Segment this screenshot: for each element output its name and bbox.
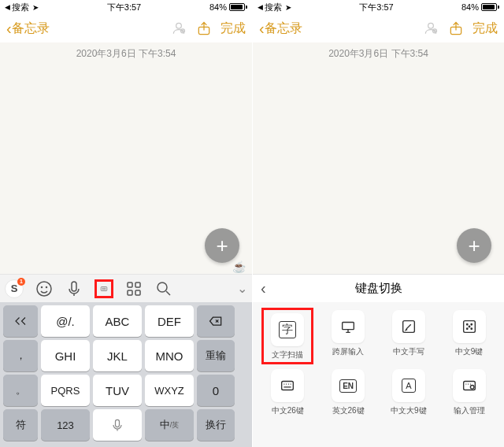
add-button[interactable]: + <box>205 228 239 263</box>
keyboard-switch-panel: 字 文字扫描 跨屏输入 中文手写 中文9键 <box>253 302 504 447</box>
key-backspace[interactable] <box>197 305 235 337</box>
key-rewind[interactable] <box>3 305 38 337</box>
pen-icon <box>392 310 425 343</box>
svg-rect-31 <box>282 382 294 390</box>
back-to-app-label[interactable]: 搜索 <box>12 2 29 13</box>
key-return[interactable]: 换行 <box>197 409 235 441</box>
emoji-icon[interactable] <box>35 279 54 298</box>
collaborate-icon[interactable] <box>170 20 187 37</box>
note-timestamp: 2020年3月6日 下午3:54 <box>0 42 252 62</box>
svg-point-26 <box>466 324 467 325</box>
grid26-icon <box>271 369 304 402</box>
grid9-icon <box>453 310 486 343</box>
key-pqrs[interactable]: PQRS <box>41 375 90 406</box>
clock: 下午3:57 <box>359 2 393 13</box>
svg-rect-7 <box>101 286 107 290</box>
plus-icon: + <box>216 234 228 258</box>
battery-icon <box>229 3 247 11</box>
svg-point-20 <box>428 23 434 28</box>
svg-point-10 <box>105 287 106 288</box>
svg-rect-14 <box>128 283 132 287</box>
key-1[interactable]: @/. <box>41 305 90 337</box>
plus-icon: + <box>468 234 480 258</box>
key-tuv[interactable]: TUV <box>93 375 142 406</box>
back-to-app-icon[interactable]: ◀ <box>5 3 10 11</box>
key-period[interactable]: 。 <box>3 375 38 406</box>
back-to-app-icon[interactable]: ◀ <box>258 3 263 11</box>
ks-item-cn9[interactable]: 中文9键 <box>443 310 495 364</box>
chevron-left-icon: ‹ <box>259 20 265 38</box>
key-wxyz[interactable]: WXYZ <box>145 375 194 406</box>
svg-point-33 <box>470 386 474 390</box>
add-button[interactable]: + <box>457 228 491 263</box>
key-symbols[interactable]: 符 <box>3 409 38 441</box>
ks-item-en26[interactable]: EN 英文26键 <box>322 369 374 416</box>
svg-point-3 <box>37 282 51 296</box>
sogou-logo-icon[interactable]: S1 <box>5 279 24 298</box>
key-lang-toggle[interactable]: 中/英 <box>145 409 194 441</box>
svg-rect-17 <box>135 290 140 295</box>
done-button[interactable]: 完成 <box>220 20 246 37</box>
svg-point-11 <box>102 289 103 290</box>
svg-rect-16 <box>128 290 132 295</box>
svg-point-30 <box>469 326 469 327</box>
ks-item-text-scan[interactable]: 字 文字扫描 <box>261 308 313 364</box>
svg-point-5 <box>46 286 47 287</box>
share-icon[interactable] <box>195 20 213 37</box>
key-comma[interactable]: ， <box>3 340 38 371</box>
screenshot-left: ◀ 搜索 ➤ 下午3:57 84% ‹ 备忘录 完成 <box>0 0 252 447</box>
screenshot-right: ◀ 搜索 ➤ 下午3:57 84% ‹ 备忘录 完成 <box>252 0 504 447</box>
big9-icon: A <box>392 369 425 402</box>
share-icon[interactable] <box>447 20 465 37</box>
location-icon: ➤ <box>32 3 39 12</box>
clock: 下午3:57 <box>107 2 141 13</box>
voice-icon[interactable] <box>65 279 83 298</box>
key-jkl[interactable]: JKL <box>93 340 142 371</box>
note-body[interactable]: + <box>253 62 504 274</box>
svg-point-28 <box>466 328 467 329</box>
search-icon[interactable] <box>154 279 173 298</box>
ks-item-cross-screen[interactable]: 跨屏输入 <box>322 310 374 364</box>
back-label: 备忘录 <box>12 20 50 37</box>
chevron-left-icon: ‹ <box>6 20 12 38</box>
svg-point-18 <box>158 283 167 292</box>
chevron-left-icon[interactable]: ‹ <box>261 279 266 297</box>
key-zero[interactable]: 0 <box>197 375 235 406</box>
coffee-icon[interactable]: ☕ <box>232 260 246 273</box>
svg-point-12 <box>104 289 105 290</box>
key-space[interactable] <box>93 409 142 441</box>
collapse-keyboard-icon[interactable]: ⌄ <box>237 281 247 296</box>
collaborate-icon[interactable] <box>422 20 439 37</box>
done-button[interactable]: 完成 <box>472 20 498 37</box>
key-ghi[interactable]: GHI <box>41 340 90 371</box>
back-button[interactable]: ‹ 备忘录 <box>6 20 50 38</box>
ks-item-cn-big9[interactable]: A 中文大9键 <box>383 369 435 416</box>
en-icon: EN <box>332 369 365 402</box>
svg-point-29 <box>471 328 472 329</box>
apps-icon[interactable] <box>124 279 143 298</box>
ks-item-handwriting[interactable]: 中文手写 <box>383 310 435 364</box>
keyboard-toolbar: ☕ S1 ⌄ <box>0 274 252 302</box>
svg-point-27 <box>471 324 472 325</box>
key-mno[interactable]: MNO <box>145 340 194 371</box>
ks-item-cn26[interactable]: 中文26键 <box>261 369 313 416</box>
key-def[interactable]: DEF <box>145 305 194 337</box>
note-timestamp: 2020年3月6日 下午3:54 <box>253 42 504 62</box>
note-body[interactable]: + <box>0 62 252 274</box>
status-bar: ◀ 搜索 ➤ 下午3:57 84% <box>0 0 252 14</box>
status-bar: ◀ 搜索 ➤ 下午3:57 84% <box>253 0 504 14</box>
screen-icon <box>332 310 365 343</box>
key-abc[interactable]: ABC <box>93 305 142 337</box>
svg-point-0 <box>176 23 182 28</box>
keyboard-switch-icon[interactable] <box>94 279 113 298</box>
key-reinput[interactable]: 重输 <box>197 340 235 371</box>
svg-rect-6 <box>72 282 76 291</box>
battery-percent: 84% <box>461 2 479 12</box>
svg-rect-19 <box>116 419 120 427</box>
ks-item-input-manage[interactable]: 输入管理 <box>443 369 495 416</box>
back-button[interactable]: ‹ 备忘录 <box>259 20 302 38</box>
back-to-app-label[interactable]: 搜索 <box>265 2 282 13</box>
key-123[interactable]: 123 <box>41 409 90 441</box>
gear-grid-icon <box>453 369 486 402</box>
nav-bar: ‹ 备忘录 完成 <box>253 14 504 42</box>
